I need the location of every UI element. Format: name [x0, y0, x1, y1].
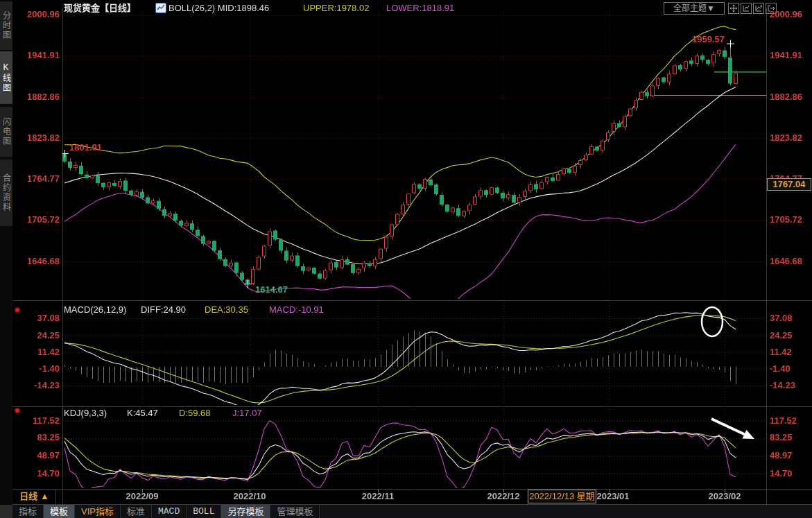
- boll-upper-value: UPPER:1978.02: [303, 3, 369, 13]
- tab-boll[interactable]: BOLL: [187, 505, 221, 518]
- kdj-header: KDJ(9,3,3): [64, 408, 107, 418]
- price-axis-label: 1882.86: [19, 92, 60, 102]
- xaxis-date-label: 2022/10: [234, 491, 266, 501]
- price-axis-label: 1941.91: [19, 51, 60, 60]
- trading-terminal: 分时图 K线图 闪电图 合约资料 现货黄金【日线】 BOLL(26,2) MID…: [0, 0, 812, 518]
- tab-standard[interactable]: 标准: [121, 505, 152, 518]
- kdj-d-value: D:59.68: [179, 408, 211, 418]
- fit-vertical-axis-button[interactable]: [741, 3, 752, 14]
- macd-axis-label: 37.08: [770, 313, 811, 323]
- macd-axis-label: 24.25: [770, 331, 811, 340]
- kdj-axis-label: 14.70: [770, 469, 811, 478]
- kdj-axis-label: 83.25: [770, 433, 811, 442]
- high-price-tag: 1959.57: [692, 34, 725, 44]
- macd-pane-settings-icon[interactable]: [15, 308, 19, 312]
- price-axis-label: 1882.86: [770, 92, 811, 102]
- boll-mid-value: BOLL(26,2) MID:1898.46: [169, 3, 269, 13]
- macd-axis-label: -1.40: [770, 364, 811, 374]
- candlestick-chart-icon[interactable]: [155, 3, 166, 13]
- xaxis-date-label: 2023/01: [597, 491, 630, 501]
- macd-axis-label: -14.23: [19, 381, 60, 390]
- macd-header: MACD(26,12,9): [64, 305, 126, 315]
- macd-diff-value: DIFF:24.90: [141, 305, 186, 315]
- macd-axis-label: 24.25: [19, 331, 60, 340]
- pan-mode-button[interactable]: [728, 3, 739, 14]
- macd-dea-value: DEA:30.35: [205, 305, 248, 315]
- sidebar-item-flash-chart[interactable]: 闪电图: [0, 107, 12, 157]
- macd-axis-label: -1.40: [19, 364, 60, 374]
- xaxis-date-label: 2022/12: [487, 491, 520, 501]
- price-axis-label: 1764.77: [19, 174, 60, 184]
- price-axis-label: 1823.82: [19, 133, 60, 143]
- tab-save-template[interactable]: 另存模板: [221, 505, 270, 518]
- indicator-tabbar: 指标 模板 VIP指标 标准 MACD BOLL 另存模板 管理模板: [12, 505, 812, 518]
- sidebar-item-kline-chart[interactable]: K线图: [0, 51, 12, 104]
- sidebar-item-contract-info[interactable]: 合约资料: [0, 159, 12, 226]
- low-price-tag: 1614.67: [255, 284, 288, 295]
- tab-macd[interactable]: MACD: [152, 505, 187, 518]
- kdj-axis-label: 48.97: [770, 451, 811, 460]
- price-axis-label: 2000.96: [19, 10, 60, 19]
- kdj-axis-label: 83.25: [19, 433, 60, 442]
- price-axis-label: 1646.68: [770, 257, 811, 266]
- xaxis-date-label: 2022/09: [126, 491, 159, 501]
- kdj-axis-label: 48.97: [19, 451, 60, 460]
- sidebar-item-time-chart[interactable]: 分时图: [0, 1, 12, 50]
- kdj-j-value: J:17.07: [232, 408, 262, 418]
- price-axis-label: 1705.72: [770, 215, 811, 225]
- tab-vip-indicators[interactable]: VIP指标: [75, 505, 121, 518]
- boll-lower-value: LOWER:1818.91: [386, 3, 454, 13]
- macd-axis-label: 11.42: [19, 347, 60, 357]
- price-axis-label: 1705.72: [19, 215, 60, 225]
- macd-axis-label: 37.08: [19, 313, 60, 323]
- macd-axis-label: 11.42: [770, 347, 811, 357]
- macd-value: MACD:-10.91: [269, 305, 324, 315]
- xaxis-date-label: 2022/11: [362, 491, 394, 501]
- kdj-axis-label: 14.70: [19, 469, 60, 478]
- tab-manage-template[interactable]: 管理模板: [270, 505, 320, 518]
- kdj-axis-label: 117.52: [770, 416, 811, 426]
- chevron-down-icon: ▼: [707, 3, 715, 13]
- chart-type-sidebar: 分时图 K线图 闪电图 合约资料: [0, 0, 12, 518]
- price-axis-label: 1823.82: [770, 133, 811, 143]
- macd-axis-label: -14.23: [770, 381, 811, 390]
- selected-date-tag: 2022/12/13 星期二: [528, 490, 596, 503]
- chart-canvas[interactable]: [0, 0, 812, 518]
- price-axis-label: 1646.68: [19, 257, 60, 266]
- open-price-tag: 1801.91: [69, 142, 102, 153]
- kdj-pane-settings-icon[interactable]: [15, 408, 19, 413]
- xaxis-date-label: 2023/02: [709, 491, 741, 501]
- tab-templates[interactable]: 模板: [44, 505, 75, 518]
- sidebar-bottom-block: [0, 505, 12, 518]
- price-axis-label: 2000.96: [770, 10, 811, 19]
- instrument-title: 现货黄金【日线】: [64, 3, 136, 13]
- crosshair-price-tag: 1767.04: [767, 178, 811, 191]
- tab-indicators[interactable]: 指标: [12, 505, 44, 518]
- kdj-axis-label: 117.52: [19, 416, 60, 426]
- triangle-up-icon: ▲: [40, 491, 49, 501]
- theme-select-button[interactable]: 全部主题▼: [664, 2, 725, 15]
- fit-horizontal-axis-button[interactable]: [753, 3, 764, 14]
- period-selector[interactable]: 日线 ▲: [13, 490, 56, 503]
- kdj-k-value: K:45.47: [127, 408, 158, 418]
- price-axis-label: 1941.91: [770, 51, 811, 60]
